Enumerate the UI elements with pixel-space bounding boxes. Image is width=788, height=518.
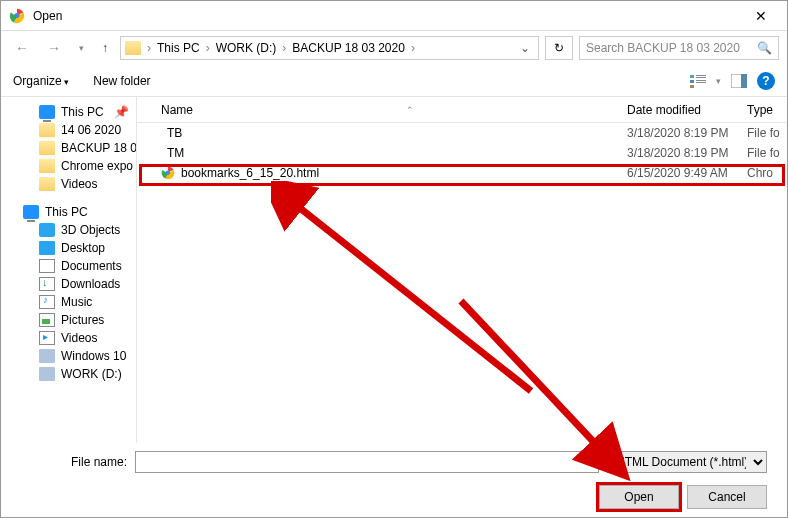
chrome-icon [161,166,175,180]
filetype-filter[interactable]: HTML Document (*.html) [607,451,767,473]
search-input[interactable]: Search BACKUP 18 03 2020 🔍 [579,36,779,60]
file-date: 3/18/2020 8:19 PM [627,126,747,140]
file-row[interactable]: bookmarks_6_15_20.html6/15/2020 9:49 AMC… [137,163,787,183]
sidebar-item[interactable]: Windows 10 [1,347,136,365]
preview-pane-icon[interactable] [731,74,747,88]
svg-rect-10 [741,74,747,88]
new-folder-button[interactable]: New folder [93,74,150,88]
back-button[interactable]: ← [9,36,35,60]
file-type: Chro [747,166,787,180]
svg-rect-5 [690,80,694,83]
file-name: TM [167,146,184,160]
column-type[interactable]: Type [747,103,787,117]
icon-pc [39,105,55,119]
view-details-icon[interactable] [690,74,706,88]
icon-download [39,277,55,291]
file-date: 3/18/2020 8:19 PM [627,146,747,160]
sidebar-this-pc[interactable]: This PC [1,203,136,221]
icon-folder [39,177,55,191]
svg-rect-8 [690,85,694,88]
filename-label: File name: [71,455,127,469]
svg-rect-3 [696,75,706,76]
open-button[interactable]: Open [599,485,679,509]
breadcrumb-part[interactable]: BACKUP 18 03 2020 [288,41,409,55]
sidebar-item[interactable]: This PC📌 [1,103,136,121]
icon-3d [39,223,55,237]
file-row[interactable]: TM3/18/2020 8:19 PMFile fo [137,143,787,163]
file-list: TB3/18/2020 8:19 PMFile foTM3/18/2020 8:… [137,123,787,443]
close-button[interactable]: ✕ [743,4,779,28]
chrome-icon [9,8,25,24]
icon-folder [39,141,55,155]
svg-rect-6 [696,80,706,81]
icon-folder [39,159,55,173]
breadcrumb-part[interactable]: WORK (D:) [212,41,281,55]
sidebar-item[interactable]: Pictures [1,311,136,329]
icon-folder [39,123,55,137]
nav-bar: ← → ▾ ↑ › This PC › WORK (D:) › BACKUP 1… [1,31,787,65]
sort-indicator: ⌃ [406,105,414,115]
recent-dropdown[interactable]: ▾ [73,39,90,57]
icon-music [39,295,55,309]
breadcrumb-dropdown[interactable]: ⌄ [516,41,534,55]
up-button[interactable]: ↑ [96,37,114,59]
refresh-button[interactable]: ↻ [545,36,573,60]
file-name: TB [167,126,182,140]
sidebar-item[interactable]: Chrome expo [1,157,136,175]
cancel-button[interactable]: Cancel [687,485,767,509]
sidebar-item[interactable]: Videos [1,329,136,347]
file-row[interactable]: TB3/18/2020 8:19 PMFile fo [137,123,787,143]
pin-icon: 📌 [114,105,129,119]
file-date: 6/15/2020 9:49 AM [627,166,747,180]
title-bar: Open ✕ [1,1,787,31]
view-dropdown[interactable]: ▾ [716,76,721,86]
file-type: File fo [747,146,787,160]
sidebar-item[interactable]: Downloads [1,275,136,293]
icon-disk [39,349,55,363]
sidebar: This PC📌14 06 2020BACKUP 18 0Chrome expo… [1,97,136,443]
column-name[interactable]: Name [161,103,193,117]
breadcrumb[interactable]: › This PC › WORK (D:) › BACKUP 18 03 202… [120,36,539,60]
file-name: bookmarks_6_15_20.html [181,166,319,180]
sidebar-item[interactable]: Desktop [1,239,136,257]
folder-icon [125,41,141,55]
svg-rect-4 [696,77,706,78]
search-placeholder: Search BACKUP 18 03 2020 [586,41,740,55]
icon-disk [39,367,55,381]
sidebar-item[interactable]: 14 06 2020 [1,121,136,139]
svg-rect-2 [690,75,694,78]
file-area: Name⌃ Date modified Type TB3/18/2020 8:1… [136,97,787,443]
svg-rect-7 [696,82,706,83]
toolbar: Organize New folder ▾ ? [1,65,787,97]
icon-desktop [39,241,55,255]
sidebar-item[interactable]: Documents [1,257,136,275]
sidebar-item[interactable]: Music [1,293,136,311]
sidebar-item[interactable]: Videos [1,175,136,193]
organize-menu[interactable]: Organize [13,74,69,88]
window-title: Open [33,9,743,23]
breadcrumb-root[interactable]: This PC [153,41,204,55]
sidebar-item[interactable]: 3D Objects [1,221,136,239]
icon-doc [39,259,55,273]
search-icon: 🔍 [757,41,772,55]
file-type: File fo [747,126,787,140]
help-icon[interactable]: ? [757,72,775,90]
pc-icon [23,205,39,219]
file-header: Name⌃ Date modified Type [137,97,787,123]
sidebar-item[interactable]: BACKUP 18 0 [1,139,136,157]
forward-button[interactable]: → [41,36,67,60]
sidebar-item[interactable]: WORK (D:) [1,365,136,383]
icon-pic [39,313,55,327]
icon-video [39,331,55,345]
bottom-panel: File name: HTML Document (*.html) Open C… [1,443,787,518]
filename-input[interactable] [135,451,599,473]
column-date[interactable]: Date modified [627,103,747,117]
